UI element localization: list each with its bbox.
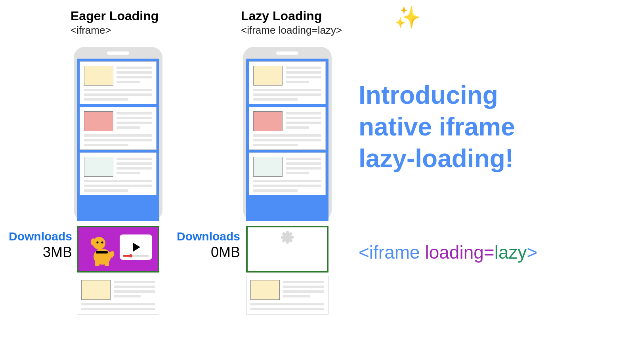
lazy-download-label: Downloads 0MB	[170, 230, 240, 261]
code-attr: loading=	[425, 242, 494, 263]
dog-icon	[87, 231, 119, 268]
downloads-label: Downloads	[6, 230, 72, 243]
downloads-label: Downloads	[170, 230, 240, 243]
code-snippet: <iframe loading=lazy>	[359, 242, 537, 263]
svg-rect-1	[95, 260, 99, 266]
thumbnail-icon	[81, 280, 111, 300]
article-card	[249, 152, 326, 195]
phone-shell	[243, 47, 332, 221]
code-tag-open: <iframe	[359, 242, 425, 263]
phone-screen	[246, 59, 328, 221]
svg-rect-6	[96, 251, 108, 253]
code-tag-close: >	[527, 242, 537, 263]
lazy-title: Lazy Loading	[241, 9, 342, 23]
svg-point-5	[101, 241, 103, 243]
spinner-icon	[275, 236, 300, 262]
downloads-eager-size: 3MB	[6, 244, 72, 261]
downloads-lazy-size: 0MB	[170, 244, 240, 261]
thumbnail-icon	[253, 111, 283, 131]
play-icon	[133, 243, 140, 252]
article-card	[80, 107, 157, 150]
article-card	[80, 61, 157, 104]
thumbnail-icon	[84, 157, 113, 177]
eager-phone	[74, 47, 162, 314]
lazy-sub: <iframe loading=lazy>	[241, 24, 342, 36]
lazy-heading: Lazy Loading <iframe loading=lazy>	[241, 9, 342, 36]
iframe-loading-card	[246, 226, 328, 273]
eager-heading: Eager Loading <iframe>	[71, 9, 158, 36]
hero-line: native iframe	[359, 111, 515, 143]
phone-screen	[77, 59, 159, 221]
eager-title: Eager Loading	[71, 9, 158, 23]
thumbnail-icon	[84, 111, 113, 131]
svg-rect-2	[105, 260, 109, 266]
lazy-phone	[243, 47, 332, 314]
article-card	[77, 276, 159, 314]
hero-headline: Introducing native iframe lazy-loading!	[359, 79, 515, 174]
thumbnail-icon	[250, 280, 280, 300]
svg-point-3	[93, 237, 105, 250]
article-card	[246, 276, 328, 314]
article-card	[80, 152, 157, 195]
eager-sub: <iframe>	[71, 24, 158, 36]
code-val: lazy	[495, 242, 527, 263]
thumbnail-icon	[253, 157, 283, 177]
phone-speaker	[107, 51, 129, 55]
phone-speaker	[276, 51, 298, 55]
article-card	[249, 107, 326, 150]
svg-point-4	[96, 241, 98, 243]
video-player-icon	[120, 234, 152, 260]
iframe-loaded-card	[77, 226, 159, 273]
sparkle-icon: ✨	[394, 5, 421, 30]
thumbnail-icon	[84, 66, 113, 86]
phone-shell	[74, 47, 162, 221]
thumbnail-icon	[253, 66, 283, 86]
hero-line: lazy-loading!	[359, 143, 515, 174]
eager-download-label: Downloads 3MB	[6, 230, 72, 261]
hero-line: Introducing	[359, 79, 515, 111]
article-card	[249, 61, 326, 104]
